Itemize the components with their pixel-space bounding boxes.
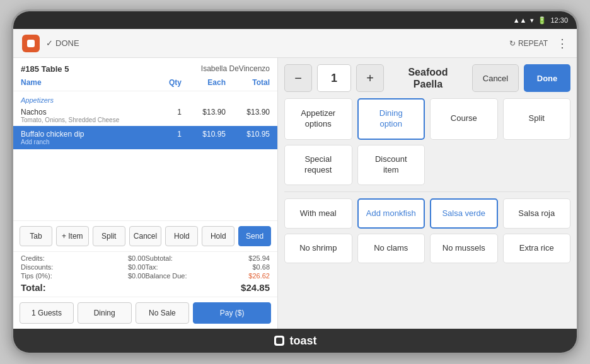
col-each: Each: [182, 78, 226, 87]
increase-qty-button[interactable]: +: [356, 64, 384, 92]
tips-value: $0.00: [96, 272, 146, 280]
cancel-item-button[interactable]: Cancel: [472, 64, 519, 92]
add-item-button[interactable]: + Item: [56, 226, 89, 246]
repeat-icon: ↻: [509, 39, 516, 48]
main-content: #185 Table 5 Isabella DeVincenzo Name Qt…: [13, 58, 577, 329]
device-frame: ▲▲ ▾ 🔋 12:30 ✓ DONE ↻ REPEAT ⋮: [11, 9, 579, 355]
no-clams-button[interactable]: No clams: [357, 234, 425, 263]
repeat-label: REPEAT: [518, 39, 548, 48]
total-value: $24.85: [241, 282, 270, 293]
top-bar-left: ✓ DONE: [22, 35, 79, 52]
left-panel: #185 Table 5 Isabella DeVincenzo Name Qt…: [13, 58, 278, 329]
action-row: Tab + Item Split Cancel Hold Hold Send: [13, 220, 277, 251]
pay-button[interactable]: Pay ($): [193, 302, 271, 324]
svg-rect-2: [276, 338, 282, 344]
cancel-order-button[interactable]: Cancel: [129, 226, 162, 246]
right-panel: − 1 + SeafoodPaella Cancel Done Appetize…: [278, 58, 577, 329]
tax-value: $0.68: [221, 263, 270, 271]
balance-value: $26.62: [221, 272, 270, 280]
order-number: #185 Table 5: [21, 63, 69, 74]
appetizers-section-label: Appetizers: [13, 94, 277, 105]
send-button[interactable]: Send: [238, 226, 271, 246]
toast-footer-icon: [273, 334, 286, 347]
battery-icon: 🔋: [538, 16, 547, 25]
order-number-text: #185 Table 5: [21, 64, 69, 74]
order-header: #185 Table 5 Isabella DeVincenzo Name Qt…: [13, 58, 277, 91]
balance-label: Balance Due:: [146, 272, 221, 280]
special-request-button[interactable]: Specialrequest: [284, 145, 352, 185]
hold-button-1[interactable]: Hold: [165, 226, 198, 246]
dining-button[interactable]: Dining: [78, 302, 132, 324]
credits-value: $0.00: [96, 254, 146, 262]
salsa-verde-button[interactable]: Salsa verde: [430, 198, 498, 229]
modifiers-grid: With meal Add monkfish Salsa verde Salsa…: [284, 198, 570, 264]
order-item-nachos[interactable]: Nachos Tomato, Onions, Shredded Cheese 1…: [13, 105, 277, 126]
done-label-text: DONE: [55, 38, 79, 48]
done-area[interactable]: ✓ DONE: [46, 38, 79, 48]
discounts-label: Discounts:: [21, 263, 96, 271]
status-bar: ▲▲ ▾ 🔋 12:30: [13, 11, 577, 29]
quantity-row: − 1 + SeafoodPaella Cancel Done: [284, 64, 570, 92]
with-meal-button[interactable]: With meal: [284, 198, 352, 229]
hold-button-2[interactable]: Hold: [202, 226, 234, 246]
repeat-button[interactable]: ↻ REPEAT: [509, 39, 548, 48]
item-name-buffalo: Buffalo chicken dip Add ranch: [21, 130, 144, 145]
item-title: SeafoodPaella: [389, 66, 467, 90]
total-big-row: Total: $24.85: [21, 282, 270, 293]
toast-footer: toast: [13, 329, 577, 353]
totals-grid: Credits: $0.00 Subtotal: $25.94 Discount…: [21, 254, 270, 280]
dining-option-button[interactable]: Diningoption: [357, 98, 425, 140]
col-name: Name: [21, 78, 144, 87]
col-total: Total: [226, 78, 270, 87]
discounts-value: $0.00: [96, 263, 146, 271]
no-mussels-button[interactable]: No mussels: [430, 234, 498, 263]
order-item-buffalo[interactable]: Buffalo chicken dip Add ranch 1 $10.95 $…: [13, 126, 277, 149]
empty-option-1: [430, 145, 498, 185]
done-item-button[interactable]: Done: [524, 64, 570, 92]
toast-brand: toast: [273, 334, 316, 348]
status-bar-content: ▲▲ ▾ 🔋 12:30: [513, 16, 568, 25]
time-display: 12:30: [550, 16, 568, 24]
bottom-action-row: 1 Guests Dining No Sale Pay ($): [13, 297, 277, 329]
appetizer-options-button[interactable]: Appetizeroptions: [284, 98, 352, 140]
order-body: Appetizers Nachos Tomato, Onions, Shredd…: [13, 91, 277, 220]
options-grid-top: Appetizeroptions Diningoption Course Spl…: [284, 98, 570, 185]
no-sale-button[interactable]: No Sale: [136, 302, 190, 324]
split-item-button[interactable]: Split: [503, 98, 571, 140]
extra-rice-button[interactable]: Extra rice: [503, 234, 571, 263]
item-name-nachos: Nachos Tomato, Onions, Shredded Cheese: [21, 108, 144, 123]
discount-item-button[interactable]: Discountitem: [357, 145, 425, 185]
checkmark-icon: ✓: [46, 38, 53, 48]
tips-label: Tips (0%):: [21, 272, 96, 280]
order-title-row: #185 Table 5 Isabella DeVincenzo: [21, 63, 270, 74]
subtotal-value: $25.94: [221, 254, 270, 262]
order-item-row: Buffalo chicken dip Add ranch 1 $10.95 $…: [21, 130, 270, 145]
quantity-display: 1: [317, 64, 351, 92]
no-shrimp-button[interactable]: No shrimp: [284, 234, 352, 263]
top-bar: ✓ DONE ↻ REPEAT ⋮: [13, 29, 577, 58]
top-bar-right: ↻ REPEAT ⋮: [509, 37, 568, 50]
tax-label: Tax:: [146, 263, 221, 271]
more-menu-button[interactable]: ⋮: [557, 37, 568, 50]
signal-icon: ▲▲: [513, 16, 527, 24]
total-label: Total:: [21, 282, 46, 293]
add-monkfish-button[interactable]: Add monkfish: [357, 198, 425, 229]
decrease-qty-button[interactable]: −: [284, 64, 312, 92]
wifi-icon: ▾: [530, 16, 534, 25]
brand-text: toast: [289, 334, 316, 348]
options-divider: [284, 191, 570, 192]
guests-button[interactable]: 1 Guests: [20, 302, 74, 324]
course-button[interactable]: Course: [430, 98, 498, 140]
order-item-row: Nachos Tomato, Onions, Shredded Cheese 1…: [21, 108, 270, 123]
order-columns: Name Qty Each Total: [21, 77, 270, 88]
salsa-roja-button[interactable]: Salsa roja: [503, 198, 571, 229]
split-button[interactable]: Split: [93, 226, 125, 246]
tab-button[interactable]: Tab: [20, 226, 52, 246]
totals-row: Credits: $0.00 Subtotal: $25.94 Discount…: [13, 251, 277, 297]
svg-rect-0: [27, 40, 35, 47]
col-qty: Qty: [144, 78, 182, 87]
credits-label: Credits:: [21, 254, 96, 262]
customer-name: Isabella DeVincenzo: [201, 64, 270, 73]
toast-logo: [22, 35, 40, 52]
subtotal-label: Subtotal:: [146, 254, 221, 262]
